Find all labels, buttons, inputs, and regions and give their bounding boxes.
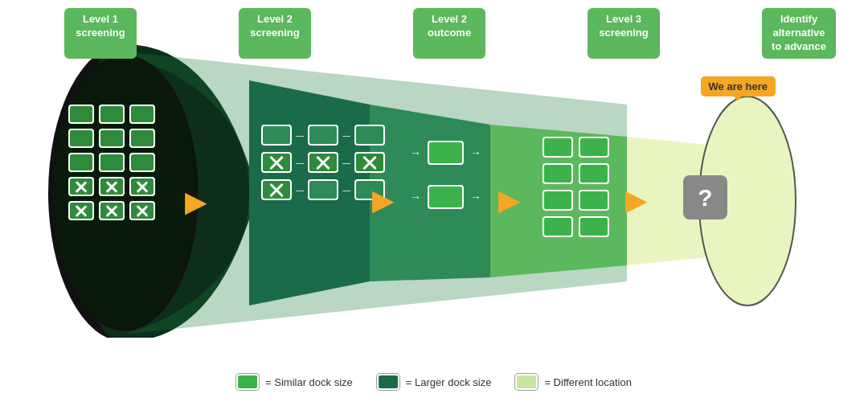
legend-box-different <box>515 374 538 390</box>
arrow-4: ▶ <box>625 183 648 217</box>
outcome-item <box>428 141 464 165</box>
item <box>308 125 338 146</box>
item-crossed <box>68 201 94 220</box>
legend-label-larger: = Larger dock size <box>406 376 492 388</box>
item <box>579 163 609 184</box>
outcome-item <box>428 185 464 209</box>
legend: = Similar dock size = Larger dock size =… <box>236 374 632 390</box>
stage-label-2: Level 2screening <box>239 8 311 59</box>
level2-items: — — — — — — <box>261 125 385 200</box>
we-are-here-label: We are here <box>701 76 776 96</box>
item <box>129 153 155 172</box>
arrow-1: ▶ <box>185 185 207 219</box>
item <box>542 216 573 237</box>
item <box>542 163 573 184</box>
item <box>542 137 573 158</box>
item <box>579 137 609 158</box>
stage-label-4: Level 3screening <box>588 8 660 59</box>
legend-box-larger <box>377 374 399 390</box>
item <box>99 153 125 172</box>
item <box>579 190 609 211</box>
item <box>542 190 573 211</box>
item-crossed <box>129 201 155 220</box>
level2-outcome: → → → → <box>410 141 481 209</box>
legend-larger: = Larger dock size <box>377 374 492 390</box>
item-crossed <box>129 177 155 196</box>
item <box>99 129 125 148</box>
level3-items <box>542 137 609 237</box>
item <box>129 129 155 148</box>
main-container: Level 1screening Level 2screening Level … <box>0 0 868 402</box>
item <box>579 216 609 237</box>
arrow-2: ▶ <box>372 183 395 217</box>
item <box>68 153 94 172</box>
legend-box-similar <box>236 374 259 390</box>
level1-items <box>68 105 155 220</box>
item <box>99 105 125 124</box>
item-crossed <box>99 201 125 220</box>
item-crossed <box>261 179 292 200</box>
legend-similar: = Similar dock size <box>236 374 353 390</box>
stage-label-3: Level 2outcome <box>413 8 485 59</box>
item-crossed <box>99 177 125 196</box>
legend-label-similar: = Similar dock size <box>265 376 353 388</box>
item <box>129 105 155 124</box>
item <box>354 125 385 146</box>
item-crossed <box>354 152 385 173</box>
item-crossed <box>261 152 292 173</box>
item <box>68 105 94 124</box>
legend-different: = Different location <box>515 374 632 390</box>
stage-label-1: Level 1screening <box>64 8 137 59</box>
question-mark: ? <box>683 175 727 219</box>
legend-label-different: = Different location <box>544 376 632 388</box>
stage-label-5: Identifyalternativeto advance <box>762 8 836 59</box>
item-crossed <box>308 152 338 173</box>
arrow-3: ▶ <box>498 183 521 217</box>
item <box>308 179 338 200</box>
item-crossed <box>68 177 94 196</box>
item <box>261 125 292 146</box>
item <box>68 129 94 148</box>
stage-labels: Level 1screening Level 2screening Level … <box>48 8 836 59</box>
